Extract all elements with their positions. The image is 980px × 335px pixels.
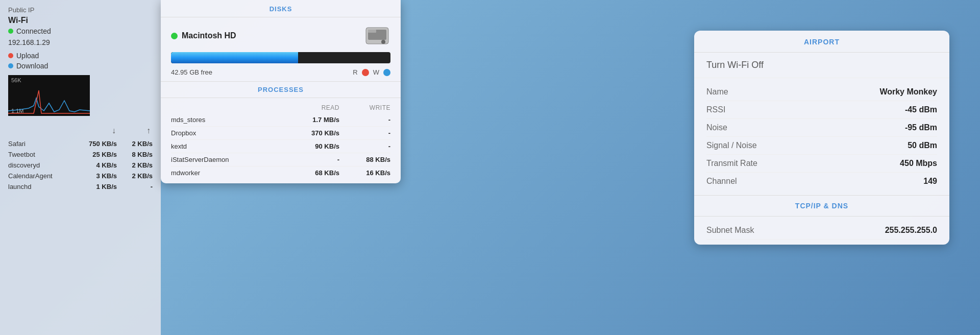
disk-proc-write: - <box>339 129 390 137</box>
airport-row-label: Channel <box>706 177 737 186</box>
proc-table-header: READ WRITE <box>171 102 390 113</box>
airport-info-row: Noise -95 dBm <box>706 119 937 137</box>
airport-row-value: 450 Mbps <box>900 159 937 168</box>
disk-icon-svg <box>364 25 390 47</box>
disk-icon <box>364 25 390 47</box>
download-dot <box>8 63 13 68</box>
airport-row-label: Signal / Noise <box>706 141 757 150</box>
disk-process-row: mdworker 68 KB/s 16 KB/s <box>171 166 390 179</box>
airport-row-value: 149 <box>923 177 937 186</box>
wifi-label: Wi-Fi <box>8 16 153 25</box>
process-upload: 2 KB/s <box>117 140 153 148</box>
tcp-title: TCP/IP & DNS <box>694 195 949 217</box>
airport-title: AIRPORT <box>694 31 949 53</box>
disk-bar-container <box>171 52 390 63</box>
disk-proc-write: 16 KB/s <box>339 169 390 177</box>
disk-processes-list: mds_stores 1.7 MB/s - Dropbox 370 KB/s -… <box>171 113 390 179</box>
disk-proc-write: - <box>339 142 390 150</box>
ip-address: 192.168.1.29 <box>8 38 153 46</box>
disk-proc-name: mds_stores <box>171 116 278 124</box>
disk-proc-read: - <box>278 156 339 163</box>
network-graph: 56K 1.1M <box>8 75 90 116</box>
process-download: 4 KB/s <box>76 161 117 169</box>
disk-name: Macintosh HD <box>182 31 236 40</box>
write-label: W <box>373 68 379 76</box>
tcp-row-value: 255.255.255.0 <box>885 226 937 235</box>
process-row: launchd 1 KB/s - <box>8 181 153 192</box>
process-upload: 2 KB/s <box>117 161 153 169</box>
process-name: Tweetbot <box>8 151 76 158</box>
disk-proc-read: 90 KB/s <box>278 142 339 150</box>
disk-proc-write: 88 KB/s <box>339 156 390 163</box>
disk-proc-name: mdworker <box>171 169 278 177</box>
disk-proc-read: 1.7 MB/s <box>278 116 339 124</box>
process-row: discoveryd 4 KB/s 2 KB/s <box>8 160 153 171</box>
disk-panel: DISKS Macintosh HD 42.95 GB <box>161 0 401 183</box>
airport-info-row: RSSI -45 dBm <box>706 101 937 119</box>
disk-proc-name: Dropbox <box>171 129 278 137</box>
tcp-info-row: Subnet Mask 255.255.255.0 <box>706 222 937 240</box>
airport-panel: AIRPORT Turn Wi-Fi Off Name Worky Monkey… <box>694 31 949 245</box>
airport-info-row: Transmit Rate 450 Mbps <box>706 155 937 173</box>
process-name: discoveryd <box>8 161 76 169</box>
processes-table: READ WRITE mds_stores 1.7 MB/s - Dropbox… <box>161 98 401 183</box>
process-row: CalendarAgent 3 KB/s 2 KB/s <box>8 171 153 181</box>
process-row: Tweetbot 25 KB/s 8 KB/s <box>8 149 153 160</box>
write-col-header: WRITE <box>339 104 390 111</box>
upload-arrow: ↑ <box>146 126 151 135</box>
airport-info-row: Channel 149 <box>706 173 937 190</box>
download-label: Download <box>16 62 48 70</box>
disk-process-row: Dropbox 370 KB/s - <box>171 127 390 140</box>
read-col-header: READ <box>278 104 339 111</box>
public-ip-label: Public IP <box>8 6 153 14</box>
disk-process-row: kextd 90 KB/s - <box>171 140 390 153</box>
airport-row-value: -95 dBm <box>905 123 937 132</box>
processes-list: Safari 750 KB/s 2 KB/s Tweetbot 25 KB/s … <box>8 138 153 192</box>
connected-dot <box>8 29 13 34</box>
airport-info-row: Name Worky Monkey <box>706 83 937 101</box>
disk-process-row: iStatServerDaemon - 88 KB/s <box>171 153 390 166</box>
tcp-row-label: Subnet Mask <box>706 226 754 235</box>
upload-row: Upload <box>8 52 153 60</box>
graph-svg <box>8 75 90 116</box>
disk-proc-name: iStatServerDaemon <box>171 156 278 163</box>
upload-label: Upload <box>16 52 39 60</box>
svg-rect-3 <box>368 30 376 33</box>
disk-section: Macintosh HD 42.95 GB free R W <box>161 17 401 81</box>
svg-point-2 <box>381 40 385 44</box>
processes-header: ↓ ↑ <box>8 126 153 135</box>
disk-proc-name: kextd <box>171 142 278 150</box>
disk-proc-read: 370 KB/s <box>278 129 339 137</box>
disk-proc-read: 68 KB/s <box>278 169 339 177</box>
process-download: 750 KB/s <box>76 140 117 148</box>
airport-rows: Name Worky Monkey RSSI -45 dBm Noise -95… <box>706 83 937 190</box>
process-row: Safari 750 KB/s 2 KB/s <box>8 138 153 149</box>
wifi-toggle-button[interactable]: Turn Wi-Fi Off <box>694 53 949 78</box>
process-upload: 2 KB/s <box>117 172 153 180</box>
airport-row-value: -45 dBm <box>905 105 937 114</box>
disk-name-left: Macintosh HD <box>171 31 236 40</box>
airport-row-label: Transmit Rate <box>706 159 757 168</box>
disk-rw-indicators: R W <box>353 68 390 76</box>
airport-row-label: Name <box>706 87 728 97</box>
read-dot <box>362 69 369 76</box>
disk-process-row: mds_stores 1.7 MB/s - <box>171 113 390 127</box>
process-download: 1 KB/s <box>76 183 117 190</box>
disk-name-row: Macintosh HD <box>171 25 390 47</box>
process-download: 3 KB/s <box>76 172 117 180</box>
tcp-rows: Subnet Mask 255.255.255.0 <box>706 222 937 240</box>
process-download: 25 KB/s <box>76 151 117 158</box>
write-dot <box>383 69 390 76</box>
airport-row-label: Noise <box>706 123 727 132</box>
tcp-section: Subnet Mask 255.255.255.0 <box>694 217 949 245</box>
process-name: Safari <box>8 140 76 148</box>
process-name: CalendarAgent <box>8 172 76 180</box>
airport-info-section: Name Worky Monkey RSSI -45 dBm Noise -95… <box>694 78 949 195</box>
process-upload: - <box>117 183 153 190</box>
disk-info-row: 42.95 GB free R W <box>171 68 390 76</box>
download-arrow: ↓ <box>112 126 116 135</box>
read-label: R <box>353 68 357 76</box>
disk-proc-write: - <box>339 116 390 124</box>
processes-section: ↓ ↑ Safari 750 KB/s 2 KB/s Tweetbot 25 K… <box>8 126 153 192</box>
disk-free-text: 42.95 GB free <box>171 68 212 76</box>
